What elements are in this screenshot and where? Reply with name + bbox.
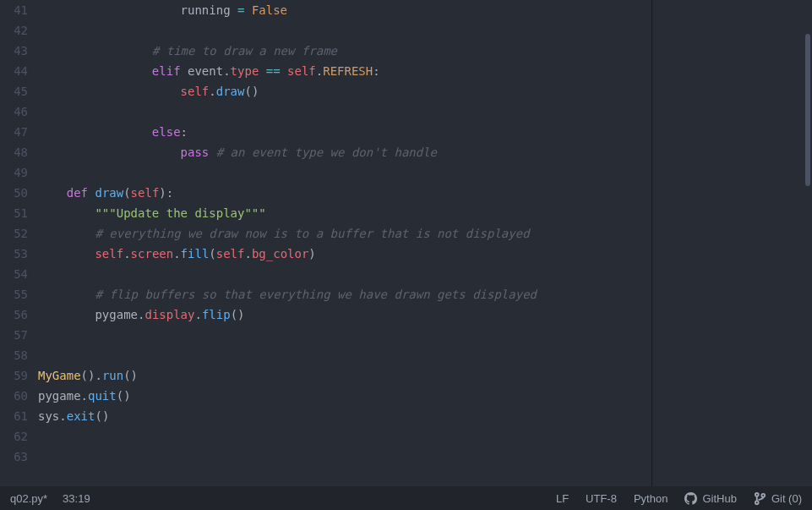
minimap-scroll-thumb[interactable] <box>805 34 810 186</box>
status-language[interactable]: Python <box>634 492 668 505</box>
status-cursor-position[interactable]: 33:19 <box>63 492 90 505</box>
line-number: 48 <box>0 142 28 162</box>
token-punc: () <box>117 389 131 403</box>
token-punc <box>244 3 251 17</box>
line-number: 59 <box>0 365 28 386</box>
line-number: 60 <box>0 386 28 406</box>
code-line[interactable]: elif event.type == self.REFRESH: <box>38 61 651 81</box>
token-str: """Update the display""" <box>95 206 265 220</box>
token-fn: exit <box>67 409 95 423</box>
token-fn: draw <box>95 186 123 200</box>
code-line[interactable] <box>38 345 651 365</box>
token-const: REFRESH <box>323 64 373 78</box>
code-line[interactable] <box>38 20 651 41</box>
token-kw: elif <box>152 64 181 78</box>
code-line[interactable]: sys.exit() <box>38 406 651 426</box>
code-line[interactable] <box>38 162 651 183</box>
token-punc <box>259 64 265 78</box>
code-area[interactable]: running = False # time to draw a new fra… <box>38 0 651 486</box>
token-punc <box>231 3 237 17</box>
code-line[interactable]: self.draw() <box>38 81 651 101</box>
line-number: 56 <box>0 304 28 325</box>
token-punc: . <box>123 247 130 260</box>
github-icon <box>684 492 697 505</box>
token-self: display <box>144 308 194 321</box>
code-line[interactable]: """Update the display""" <box>38 203 651 223</box>
status-filename[interactable]: q02.py* <box>10 492 47 505</box>
token-punc: () <box>244 85 259 98</box>
token-punc: () <box>231 308 245 321</box>
token-self: self <box>95 247 123 260</box>
code-line[interactable]: pygame.quit() <box>38 386 651 406</box>
status-git[interactable]: Git (0) <box>754 492 802 505</box>
code-line[interactable] <box>38 325 651 345</box>
svg-point-1 <box>755 501 759 504</box>
line-number: 54 <box>0 264 28 284</box>
line-number-gutter: 4142434445464748495051525354555657585960… <box>0 0 38 486</box>
token-name: pygame <box>95 308 138 321</box>
line-number: 45 <box>0 81 28 101</box>
status-github[interactable]: GitHub <box>684 492 736 505</box>
token-self: self <box>216 247 245 260</box>
line-number: 61 <box>0 406 28 426</box>
code-line[interactable]: MyGame().run() <box>38 365 651 386</box>
line-number: 52 <box>0 223 28 244</box>
code-line[interactable]: # everything we draw now is to a buffer … <box>38 223 651 244</box>
token-punc <box>209 145 215 159</box>
token-kw: pass <box>181 145 210 159</box>
token-name: event <box>188 64 223 78</box>
minimap[interactable] <box>651 0 812 486</box>
code-line[interactable]: running = False <box>38 0 651 20</box>
code-line[interactable] <box>38 447 651 467</box>
token-name: sys <box>38 409 59 423</box>
line-number: 63 <box>0 447 28 467</box>
token-comment: # time to draw a new frame <box>152 44 337 58</box>
status-encoding[interactable]: UTF-8 <box>586 492 617 505</box>
code-line[interactable]: pass # an event type we don't handle <box>38 142 651 162</box>
code-line[interactable]: # time to draw a new frame <box>38 41 651 61</box>
status-line-ending[interactable]: LF <box>556 492 569 505</box>
token-self: self <box>287 64 316 78</box>
token-op: == <box>266 64 281 78</box>
line-number: 47 <box>0 122 28 142</box>
code-line[interactable]: def draw(self): <box>38 183 651 203</box>
code-line[interactable] <box>38 264 651 284</box>
token-fn: flip <box>202 308 231 321</box>
line-number: 50 <box>0 183 28 203</box>
code-line[interactable]: self.screen.fill(self.bg_color) <box>38 244 651 264</box>
code-line[interactable] <box>38 101 651 122</box>
token-punc: : <box>181 125 188 139</box>
token-comment: # an event type we don't handle <box>216 145 437 159</box>
editor-pane: 4142434445464748495051525354555657585960… <box>0 0 812 486</box>
token-punc: . <box>316 64 323 78</box>
token-name: pygame <box>38 389 81 403</box>
token-kw: else <box>152 125 181 139</box>
token-self: screen <box>131 247 174 260</box>
status-bar: q02.py* 33:19 LF UTF-8 Python GitHub Git… <box>0 486 812 510</box>
code-line[interactable]: # flip buffers so that everything we hav… <box>38 284 651 304</box>
token-punc: . <box>173 247 180 260</box>
token-punc: () <box>123 369 138 382</box>
token-fn: run <box>102 369 123 382</box>
token-punc: . <box>81 389 88 403</box>
token-punc: . <box>244 247 251 260</box>
token-punc: . <box>59 409 66 423</box>
token-self: self <box>131 186 160 200</box>
token-self: type <box>231 64 259 78</box>
token-punc: ) <box>308 247 315 260</box>
code-line[interactable] <box>38 426 651 447</box>
token-fn: draw <box>216 85 245 98</box>
line-number: 43 <box>0 41 28 61</box>
git-branch-icon <box>754 492 766 505</box>
token-punc: () <box>95 409 109 423</box>
token-punc: : <box>373 64 379 78</box>
token-fn: fill <box>181 247 210 260</box>
token-comment: # flip buffers so that everything we hav… <box>95 288 537 301</box>
token-punc <box>181 64 188 78</box>
token-name: running <box>181 3 231 17</box>
token-self: self <box>181 85 210 98</box>
code-line[interactable]: else: <box>38 122 651 142</box>
code-line[interactable]: pygame.display.flip() <box>38 304 651 325</box>
line-number: 55 <box>0 284 28 304</box>
line-number: 46 <box>0 101 28 122</box>
